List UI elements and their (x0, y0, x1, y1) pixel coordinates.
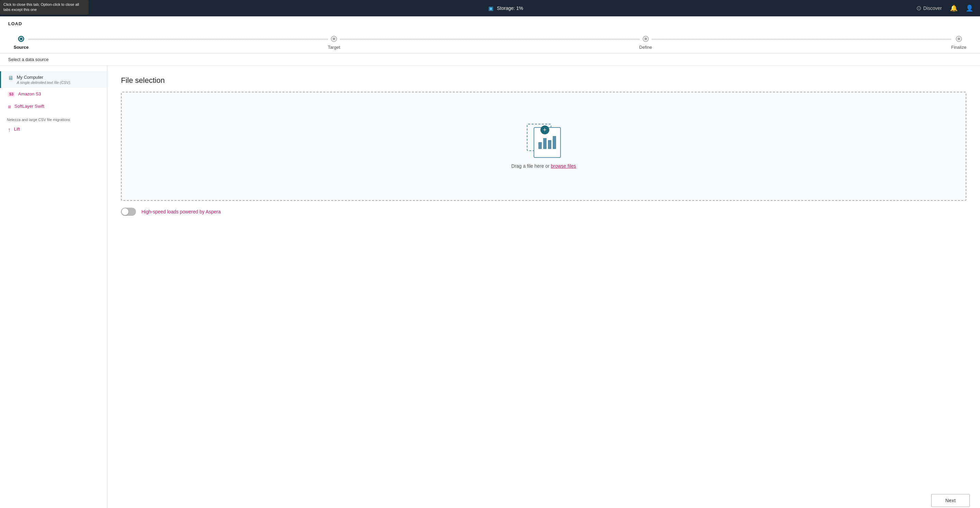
step-circle-source (18, 36, 24, 42)
my-computer-subtitle: A single delimited text file (CSV). (17, 80, 71, 84)
discover-icon: ⊙ (916, 5, 921, 12)
user-button[interactable]: 👤 (966, 5, 973, 12)
tooltip: Click to close this tab; Option-click to… (0, 0, 89, 15)
bar-3 (548, 140, 551, 149)
next-button[interactable]: Next (931, 494, 970, 507)
monitor-icon: 🖥 (8, 75, 13, 81)
drag-text: Drag a file here or (511, 163, 551, 169)
add-badge: + (541, 126, 549, 134)
aspera-toggle[interactable] (121, 208, 136, 216)
softlayer-icon: ≡ (8, 104, 11, 110)
bar-1 (538, 142, 542, 149)
step-circle-finalize (956, 36, 962, 42)
bar-2 (543, 138, 547, 149)
aspera-row: High-speed loads powered by Aspera (121, 208, 966, 216)
lift-icon: ↑ (8, 127, 11, 133)
drop-zone[interactable]: + Drag a file here or browse files (121, 92, 966, 201)
sidebar-item-lift[interactable]: ↑ Lift (0, 123, 107, 136)
toggle-knob (122, 208, 129, 215)
sidebar-item-my-computer[interactable]: 🖥 My Computer A single delimited text fi… (0, 71, 107, 88)
step-line-3 (652, 39, 951, 40)
sidebar-item-amazon-s3[interactable]: S3 Amazon S3 (0, 88, 107, 100)
my-computer-title: My Computer (17, 75, 71, 80)
storage-label: Storage: 1% (497, 5, 523, 11)
notification-button[interactable]: 🔔 (950, 5, 958, 12)
section-header: Select a data source (0, 53, 980, 66)
topbar-right: ⊙ Discover 🔔 👤 (916, 5, 973, 12)
bar-4 (553, 136, 556, 149)
netezza-section-label: Netezza and large CSV file migrations (0, 113, 107, 123)
my-computer-content: My Computer A single delimited text file… (17, 75, 71, 84)
step-circle-target (331, 36, 337, 42)
softlayer-swift-title: SoftLayer Swift (14, 104, 44, 109)
browse-files-link[interactable]: browse files (551, 163, 576, 169)
aspera-label: High-speed loads powered by Aspera (142, 209, 221, 215)
main-content: 🖥 My Computer A single delimited text fi… (0, 66, 980, 508)
step-label-define: Define (639, 45, 652, 50)
topbar: Click to close this tab; Option-click to… (0, 0, 980, 16)
step-target[interactable]: Target (328, 36, 340, 50)
page-title: LOAD (0, 16, 980, 29)
stepper: Source Target Define Finalize (0, 29, 980, 53)
lift-title: Lift (14, 126, 20, 132)
step-line-1 (29, 39, 328, 40)
amazon-s3-title: Amazon S3 (18, 91, 41, 97)
step-finalize[interactable]: Finalize (951, 36, 966, 50)
notification-icon: 🔔 (950, 5, 958, 12)
s3-badge: S3 (8, 92, 15, 97)
step-label-source: Source (14, 45, 29, 50)
step-source[interactable]: Source (14, 36, 29, 50)
step-label-finalize: Finalize (951, 45, 966, 50)
drop-zone-text: Drag a file here or browse files (511, 163, 576, 169)
content-area: File selection + Drag (107, 66, 980, 508)
sidebar: 🖥 My Computer A single delimited text fi… (0, 66, 107, 508)
file-icon-bars (535, 133, 560, 152)
step-define[interactable]: Define (639, 36, 652, 50)
step-circle-define (643, 36, 649, 42)
storage-icon: ▣ (488, 5, 493, 11)
drop-zone-icon: + (527, 124, 561, 158)
step-label-target: Target (328, 45, 340, 50)
step-line-2 (340, 39, 639, 40)
sidebar-item-softlayer-swift[interactable]: ≡ SoftLayer Swift (0, 100, 107, 113)
footer-bar: Next (921, 489, 980, 508)
user-icon: 👤 (966, 5, 973, 12)
discover-button[interactable]: ⊙ Discover (916, 5, 942, 12)
discover-label: Discover (923, 5, 942, 11)
step-container: Source Target Define Finalize (14, 36, 966, 50)
content-title: File selection (121, 76, 966, 85)
